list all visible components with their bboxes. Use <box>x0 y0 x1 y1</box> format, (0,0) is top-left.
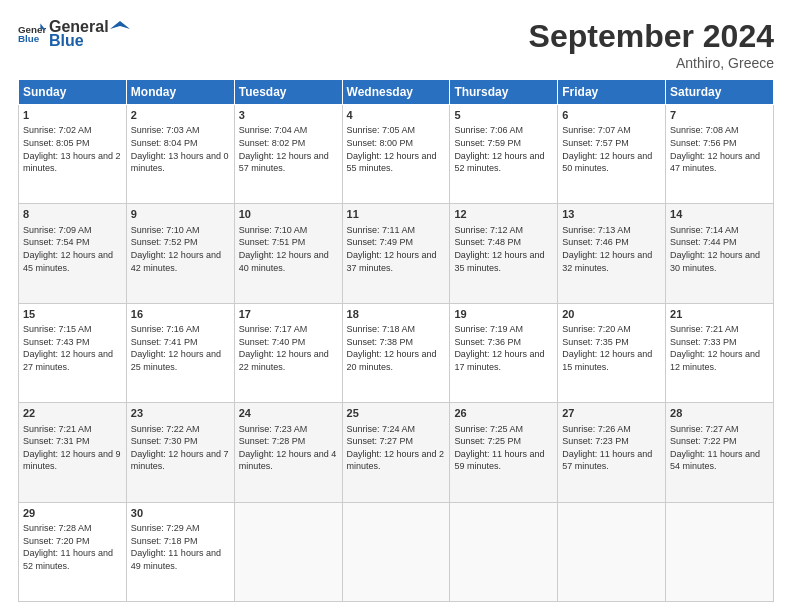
day-info: Sunrise: 7:06 AMSunset: 7:59 PMDaylight:… <box>454 125 544 173</box>
calendar-cell: 24Sunrise: 7:23 AMSunset: 7:28 PMDayligh… <box>234 403 342 502</box>
day-number: 7 <box>670 108 769 123</box>
day-info: Sunrise: 7:05 AMSunset: 8:00 PMDaylight:… <box>347 125 437 173</box>
day-info: Sunrise: 7:25 AMSunset: 7:25 PMDaylight:… <box>454 424 544 472</box>
calendar-cell: 3Sunrise: 7:04 AMSunset: 8:02 PMDaylight… <box>234 105 342 204</box>
calendar-cell: 16Sunrise: 7:16 AMSunset: 7:41 PMDayligh… <box>126 303 234 402</box>
calendar-cell: 13Sunrise: 7:13 AMSunset: 7:46 PMDayligh… <box>558 204 666 303</box>
day-info: Sunrise: 7:22 AMSunset: 7:30 PMDaylight:… <box>131 424 229 472</box>
calendar-cell: 21Sunrise: 7:21 AMSunset: 7:33 PMDayligh… <box>666 303 774 402</box>
calendar-cell <box>234 502 342 601</box>
day-info: Sunrise: 7:13 AMSunset: 7:46 PMDaylight:… <box>562 225 652 273</box>
day-info: Sunrise: 7:07 AMSunset: 7:57 PMDaylight:… <box>562 125 652 173</box>
header: General Blue General Blue September 2024… <box>18 18 774 71</box>
day-info: Sunrise: 7:14 AMSunset: 7:44 PMDaylight:… <box>670 225 760 273</box>
day-info: Sunrise: 7:12 AMSunset: 7:48 PMDaylight:… <box>454 225 544 273</box>
day-info: Sunrise: 7:27 AMSunset: 7:22 PMDaylight:… <box>670 424 760 472</box>
day-number: 26 <box>454 406 553 421</box>
day-number: 21 <box>670 307 769 322</box>
calendar-cell: 19Sunrise: 7:19 AMSunset: 7:36 PMDayligh… <box>450 303 558 402</box>
calendar-cell: 22Sunrise: 7:21 AMSunset: 7:31 PMDayligh… <box>19 403 127 502</box>
day-info: Sunrise: 7:18 AMSunset: 7:38 PMDaylight:… <box>347 324 437 372</box>
week-row-2: 8Sunrise: 7:09 AMSunset: 7:54 PMDaylight… <box>19 204 774 303</box>
day-info: Sunrise: 7:24 AMSunset: 7:27 PMDaylight:… <box>347 424 445 472</box>
day-info: Sunrise: 7:10 AMSunset: 7:51 PMDaylight:… <box>239 225 329 273</box>
day-number: 11 <box>347 207 446 222</box>
day-number: 19 <box>454 307 553 322</box>
column-header-saturday: Saturday <box>666 80 774 105</box>
column-header-tuesday: Tuesday <box>234 80 342 105</box>
day-info: Sunrise: 7:08 AMSunset: 7:56 PMDaylight:… <box>670 125 760 173</box>
calendar-cell: 14Sunrise: 7:14 AMSunset: 7:44 PMDayligh… <box>666 204 774 303</box>
day-number: 28 <box>670 406 769 421</box>
logo: General Blue General Blue <box>18 18 131 50</box>
calendar-cell: 30Sunrise: 7:29 AMSunset: 7:18 PMDayligh… <box>126 502 234 601</box>
day-info: Sunrise: 7:16 AMSunset: 7:41 PMDaylight:… <box>131 324 221 372</box>
day-number: 9 <box>131 207 230 222</box>
day-number: 30 <box>131 506 230 521</box>
day-number: 24 <box>239 406 338 421</box>
day-info: Sunrise: 7:17 AMSunset: 7:40 PMDaylight:… <box>239 324 329 372</box>
calendar-cell <box>558 502 666 601</box>
day-number: 2 <box>131 108 230 123</box>
day-number: 29 <box>23 506 122 521</box>
calendar-cell: 1Sunrise: 7:02 AMSunset: 8:05 PMDaylight… <box>19 105 127 204</box>
calendar-table: SundayMondayTuesdayWednesdayThursdayFrid… <box>18 79 774 602</box>
day-info: Sunrise: 7:19 AMSunset: 7:36 PMDaylight:… <box>454 324 544 372</box>
calendar-cell: 11Sunrise: 7:11 AMSunset: 7:49 PMDayligh… <box>342 204 450 303</box>
week-row-1: 1Sunrise: 7:02 AMSunset: 8:05 PMDaylight… <box>19 105 774 204</box>
day-info: Sunrise: 7:29 AMSunset: 7:18 PMDaylight:… <box>131 523 221 571</box>
day-number: 3 <box>239 108 338 123</box>
day-number: 17 <box>239 307 338 322</box>
calendar-cell: 8Sunrise: 7:09 AMSunset: 7:54 PMDaylight… <box>19 204 127 303</box>
day-info: Sunrise: 7:23 AMSunset: 7:28 PMDaylight:… <box>239 424 337 472</box>
day-number: 5 <box>454 108 553 123</box>
day-info: Sunrise: 7:02 AMSunset: 8:05 PMDaylight:… <box>23 125 121 173</box>
day-number: 6 <box>562 108 661 123</box>
day-number: 27 <box>562 406 661 421</box>
day-number: 1 <box>23 108 122 123</box>
calendar-cell: 15Sunrise: 7:15 AMSunset: 7:43 PMDayligh… <box>19 303 127 402</box>
calendar-cell: 12Sunrise: 7:12 AMSunset: 7:48 PMDayligh… <box>450 204 558 303</box>
svg-text:Blue: Blue <box>18 33 40 44</box>
calendar-header-row: SundayMondayTuesdayWednesdayThursdayFrid… <box>19 80 774 105</box>
location: Anthiro, Greece <box>529 55 774 71</box>
day-info: Sunrise: 7:21 AMSunset: 7:33 PMDaylight:… <box>670 324 760 372</box>
calendar-cell: 29Sunrise: 7:28 AMSunset: 7:20 PMDayligh… <box>19 502 127 601</box>
day-info: Sunrise: 7:10 AMSunset: 7:52 PMDaylight:… <box>131 225 221 273</box>
day-number: 14 <box>670 207 769 222</box>
column-header-wednesday: Wednesday <box>342 80 450 105</box>
day-info: Sunrise: 7:20 AMSunset: 7:35 PMDaylight:… <box>562 324 652 372</box>
calendar-cell: 23Sunrise: 7:22 AMSunset: 7:30 PMDayligh… <box>126 403 234 502</box>
day-number: 20 <box>562 307 661 322</box>
day-info: Sunrise: 7:21 AMSunset: 7:31 PMDaylight:… <box>23 424 121 472</box>
day-number: 13 <box>562 207 661 222</box>
calendar-cell: 10Sunrise: 7:10 AMSunset: 7:51 PMDayligh… <box>234 204 342 303</box>
day-number: 4 <box>347 108 446 123</box>
week-row-4: 22Sunrise: 7:21 AMSunset: 7:31 PMDayligh… <box>19 403 774 502</box>
day-info: Sunrise: 7:26 AMSunset: 7:23 PMDaylight:… <box>562 424 652 472</box>
calendar-cell: 27Sunrise: 7:26 AMSunset: 7:23 PMDayligh… <box>558 403 666 502</box>
calendar-cell: 4Sunrise: 7:05 AMSunset: 8:00 PMDaylight… <box>342 105 450 204</box>
week-row-5: 29Sunrise: 7:28 AMSunset: 7:20 PMDayligh… <box>19 502 774 601</box>
week-row-3: 15Sunrise: 7:15 AMSunset: 7:43 PMDayligh… <box>19 303 774 402</box>
logo-bird-icon <box>110 19 130 35</box>
day-number: 23 <box>131 406 230 421</box>
calendar-cell: 6Sunrise: 7:07 AMSunset: 7:57 PMDaylight… <box>558 105 666 204</box>
calendar-cell: 17Sunrise: 7:17 AMSunset: 7:40 PMDayligh… <box>234 303 342 402</box>
day-number: 18 <box>347 307 446 322</box>
column-header-thursday: Thursday <box>450 80 558 105</box>
calendar-cell: 28Sunrise: 7:27 AMSunset: 7:22 PMDayligh… <box>666 403 774 502</box>
title-block: September 2024 Anthiro, Greece <box>529 18 774 71</box>
calendar-cell <box>666 502 774 601</box>
calendar-cell: 5Sunrise: 7:06 AMSunset: 7:59 PMDaylight… <box>450 105 558 204</box>
calendar-cell: 18Sunrise: 7:18 AMSunset: 7:38 PMDayligh… <box>342 303 450 402</box>
column-header-sunday: Sunday <box>19 80 127 105</box>
calendar-cell <box>342 502 450 601</box>
calendar-body: 1Sunrise: 7:02 AMSunset: 8:05 PMDaylight… <box>19 105 774 602</box>
day-info: Sunrise: 7:15 AMSunset: 7:43 PMDaylight:… <box>23 324 113 372</box>
day-number: 25 <box>347 406 446 421</box>
day-info: Sunrise: 7:11 AMSunset: 7:49 PMDaylight:… <box>347 225 437 273</box>
day-info: Sunrise: 7:28 AMSunset: 7:20 PMDaylight:… <box>23 523 113 571</box>
column-header-monday: Monday <box>126 80 234 105</box>
svg-marker-3 <box>110 21 130 29</box>
